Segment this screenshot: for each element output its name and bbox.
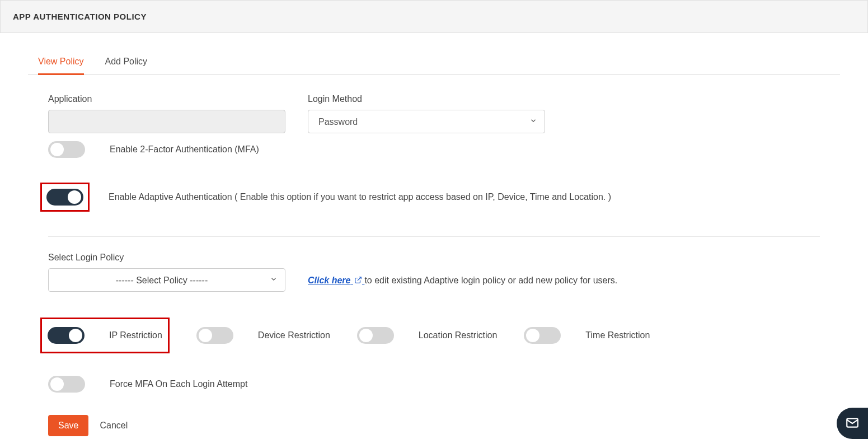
- adaptive-auth-label: Enable Adaptive Authentication ( Enable …: [109, 192, 611, 202]
- tabs: View Policy Add Policy: [28, 50, 840, 75]
- login-policy-field: Select Login Policy ------ Select Policy…: [48, 253, 285, 292]
- ip-restriction-toggle[interactable]: [48, 327, 85, 344]
- login-policy-label: Select Login Policy: [48, 253, 285, 263]
- page-title: APP AUTHENTICATION POLICY: [13, 12, 147, 21]
- application-input[interactable]: [48, 110, 285, 133]
- restrictions-row: IP Restriction Device Restriction Locati…: [28, 318, 840, 353]
- force-mfa-row: Force MFA On Each Login Attempt: [28, 376, 840, 393]
- main-content: View Policy Add Policy Application Login…: [0, 33, 868, 448]
- save-button[interactable]: Save: [48, 415, 88, 436]
- login-method-select[interactable]: Password: [308, 110, 545, 133]
- mail-icon: [845, 416, 860, 432]
- time-restriction-item: Time Restriction: [524, 327, 650, 344]
- mfa-toggle-label: Enable 2-Factor Authentication (MFA): [110, 144, 259, 155]
- login-policy-hint: Click here to edit existing Adaptive log…: [308, 276, 617, 292]
- time-restriction-label: Time Restriction: [585, 330, 650, 340]
- device-restriction-item: Device Restriction: [196, 327, 330, 344]
- chat-widget-button[interactable]: [837, 408, 868, 439]
- click-here-text: Click here: [308, 276, 350, 285]
- application-label: Application: [48, 94, 285, 104]
- login-policy-select[interactable]: ------ Select Policy ------: [48, 268, 285, 292]
- cancel-button[interactable]: Cancel: [100, 421, 128, 431]
- login-method-label: Login Method: [308, 94, 545, 104]
- force-mfa-toggle[interactable]: [48, 376, 85, 393]
- login-policy-hint-text: to edit existing Adaptive login policy o…: [364, 276, 617, 285]
- login-policy-row: Select Login Policy ------ Select Policy…: [28, 253, 840, 292]
- device-restriction-label: Device Restriction: [258, 330, 330, 340]
- adaptive-auth-row: Enable Adaptive Authentication ( Enable …: [28, 183, 840, 212]
- svg-line-0: [358, 277, 361, 281]
- adaptive-toggle-highlight: [40, 183, 90, 212]
- device-restriction-toggle[interactable]: [196, 327, 233, 344]
- location-restriction-toggle[interactable]: [357, 327, 394, 344]
- time-restriction-toggle[interactable]: [524, 327, 561, 344]
- page-header: APP AUTHENTICATION POLICY: [0, 0, 868, 33]
- mfa-toggle[interactable]: [48, 141, 85, 158]
- login-method-field: Login Method Password: [308, 94, 545, 133]
- application-field: Application: [48, 94, 285, 133]
- external-link-icon: [354, 276, 362, 286]
- force-mfa-label: Force MFA On Each Login Attempt: [110, 379, 247, 389]
- ip-restriction-highlight: IP Restriction: [40, 318, 170, 353]
- location-restriction-item: Location Restriction: [357, 327, 498, 344]
- location-restriction-label: Location Restriction: [419, 330, 498, 340]
- section-divider: [48, 236, 820, 237]
- actions-row: Save Cancel: [28, 415, 840, 436]
- adaptive-auth-toggle[interactable]: [46, 189, 83, 206]
- click-here-link[interactable]: Click here: [308, 276, 364, 285]
- tab-add-policy[interactable]: Add Policy: [105, 50, 148, 74]
- mfa-toggle-row: Enable 2-Factor Authentication (MFA): [28, 141, 840, 158]
- tab-view-policy[interactable]: View Policy: [38, 50, 84, 74]
- ip-restriction-label: IP Restriction: [109, 330, 162, 340]
